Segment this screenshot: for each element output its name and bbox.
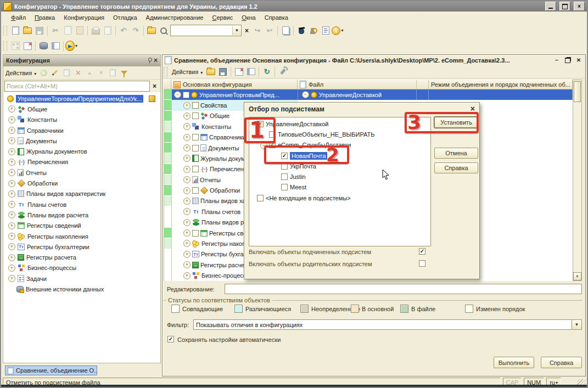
subsystem-checkbox[interactable] [281, 173, 288, 180]
grid-scrollbar[interactable]: ▼ [573, 80, 582, 281]
expander-icon[interactable] [302, 91, 309, 98]
merge-checkbox[interactable] [183, 92, 189, 98]
maximize-button[interactable] [559, 2, 570, 11]
include-parent-checkbox[interactable] [419, 260, 425, 267]
clear-search-button[interactable]: × [242, 25, 251, 36]
clear-sidebar-search-button[interactable]: × [150, 81, 159, 91]
subsystem-checkbox[interactable] [281, 184, 288, 190]
merge-checkbox[interactable] [192, 166, 199, 172]
info-button[interactable]: i▾ [332, 25, 344, 37]
expander-icon[interactable] [183, 187, 191, 194]
expander-icon[interactable] [8, 180, 15, 187]
sidebar-search-input[interactable] [4, 81, 150, 92]
run-debug-button[interactable]: ▶▾ [65, 40, 77, 52]
menu-item-справка[interactable]: Справка [260, 13, 293, 23]
window-tab[interactable]: Сравнение, объединение О... [5, 365, 97, 375]
merge-checkbox[interactable] [192, 134, 199, 140]
sidebar-tree-item[interactable]: Отчеты [3, 167, 160, 178]
expander-icon[interactable] [8, 190, 15, 198]
compare-restore-button[interactable] [563, 57, 572, 64]
expander-icon[interactable] [183, 251, 191, 258]
close-config-button[interactable] [21, 40, 33, 52]
actions-menu-button[interactable]: Действия ▾ [5, 70, 36, 76]
help-search-button[interactable] [307, 25, 320, 37]
sidebar-tree-item[interactable]: Журналы документов [3, 146, 160, 156]
expander-icon[interactable] [8, 211, 15, 218]
refresh-button[interactable]: ↻ [261, 66, 273, 78]
subsystem-item[interactable]: УправлениеДоставкой [249, 119, 430, 129]
expander-icon[interactable] [8, 116, 15, 123]
params-button[interactable] [277, 66, 289, 78]
sidebar-tree-item[interactable]: Справочники [3, 125, 160, 136]
subsystem-checkbox[interactable] [257, 195, 264, 201]
open-file-button[interactable] [21, 25, 33, 37]
options-button[interactable] [49, 40, 61, 52]
menu-item-сервис[interactable]: Сервис [208, 13, 237, 23]
expander-icon[interactable] [183, 261, 191, 268]
autosave-checkbox[interactable] [167, 336, 174, 342]
sidebar-tree-item[interactable]: Планы видов расчета [3, 210, 160, 220]
scrollbar-thumb[interactable] [574, 81, 581, 102]
merge-settings-button[interactable] [245, 66, 257, 78]
subsystem-item[interactable]: Meest [249, 182, 430, 193]
expander-icon[interactable] [8, 148, 15, 155]
merge-checkbox[interactable] [192, 187, 199, 194]
syntax-helper-button[interactable] [320, 25, 332, 37]
update-db-config-button[interactable] [37, 40, 49, 52]
include-child-checkbox[interactable] [419, 248, 425, 255]
move-up-button[interactable]: ▲ [85, 69, 94, 77]
add-button[interactable]: + [39, 69, 48, 77]
expander-icon[interactable] [183, 198, 191, 205]
sidebar-tree-item[interactable]: Обработки [3, 178, 160, 188]
expander-icon[interactable] [8, 169, 15, 176]
merge-checkbox[interactable] [192, 145, 199, 151]
toolbar-grip[interactable] [164, 67, 167, 77]
toolbar-grip[interactable] [3, 41, 7, 51]
copy-button[interactable] [61, 25, 74, 37]
sidebar-tree-item[interactable]: Константы [3, 115, 160, 125]
find-prev-button[interactable]: ↩ [264, 25, 276, 37]
print-preview-button[interactable] [102, 25, 114, 37]
compare-actions-menu-button[interactable]: Действия ▾ [170, 69, 205, 75]
expander-icon[interactable] [183, 102, 191, 109]
menu-item-отладка[interactable]: Отладка [109, 13, 141, 23]
compare-row[interactable]: УправлениеТорговымПред...УправлениеДоста… [164, 89, 573, 100]
sidebar-tree-item[interactable]: Бизнес-процессы [3, 263, 160, 273]
sidebar-tree-item[interactable]: Внешние источники данных [3, 284, 160, 294]
expander-icon[interactable] [183, 155, 191, 162]
subsystem-item[interactable]: <Не входящие в подсистемы> [249, 193, 430, 203]
redo-button[interactable]: ↷ [130, 25, 142, 37]
find-next-button[interactable]: ↪ [251, 25, 264, 37]
expander-icon[interactable] [8, 265, 15, 272]
search-combobox[interactable]: ▼ [170, 25, 242, 36]
sidebar-tree-item[interactable]: Планы видов характеристик [3, 189, 160, 199]
delete-button[interactable]: ✕ [74, 69, 82, 77]
menu-item-конфигурация[interactable]: Конфигурация [59, 13, 109, 23]
sidebar-tree-item[interactable]: Задачи [3, 273, 160, 284]
subsystem-item[interactable]: Justin [249, 171, 430, 182]
main-config-column-header[interactable]: Основная конфигурация [171, 80, 298, 89]
filter-button[interactable] [120, 69, 128, 77]
global-search-button[interactable] [145, 25, 158, 37]
expander-icon[interactable] [174, 91, 181, 98]
compare-save-button[interactable] [217, 66, 229, 78]
sidebar-tree-item[interactable]: Регистры накопления [3, 231, 160, 241]
pin-icon[interactable] [148, 58, 152, 63]
narrow-column-header[interactable] [417, 80, 429, 89]
expander-icon[interactable] [8, 137, 15, 144]
move-down-button[interactable]: ▼ [97, 69, 105, 77]
sort-button[interactable] [108, 69, 117, 77]
menu-item-окна[interactable]: Окна [237, 13, 260, 23]
dialog-help-button[interactable]: Справка [434, 162, 478, 173]
clone-button[interactable] [62, 69, 71, 77]
print-button[interactable] [89, 25, 102, 37]
editing-field[interactable] [225, 284, 582, 294]
expander-icon[interactable] [183, 272, 191, 279]
minimize-button[interactable] [545, 2, 556, 11]
expander-icon[interactable] [183, 208, 191, 215]
cancel-button[interactable]: Отмена [434, 148, 478, 159]
expander-icon[interactable] [8, 254, 15, 261]
panel-close-button[interactable]: × [154, 57, 158, 64]
merge-checkbox[interactable] [192, 102, 199, 109]
merge-mode-column-header[interactable]: Режим объединения и порядок подчиненных … [429, 80, 573, 89]
